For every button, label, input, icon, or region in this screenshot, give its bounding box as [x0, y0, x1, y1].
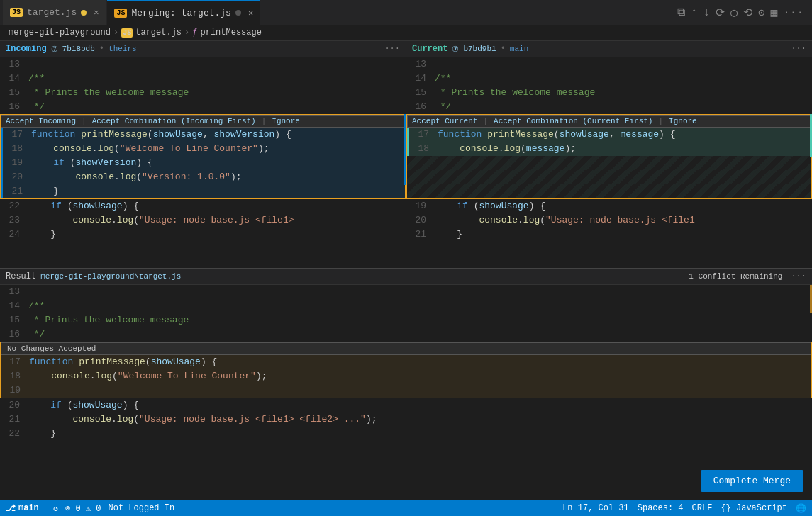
current-commit-icon: ⑦	[452, 45, 459, 54]
nav-down-icon[interactable]: ↓	[703, 6, 711, 19]
conflict-line-20-incoming: 20 console.log("Version: 1.0.0");	[1, 170, 405, 184]
js-merge-icon: JS	[114, 9, 127, 18]
incoming-more-icon[interactable]: ···	[384, 44, 400, 54]
current-line-16: 16 */	[406, 100, 812, 114]
nav-up-icon[interactable]: ↑	[691, 6, 698, 19]
accept-current-link[interactable]: Accept Current	[412, 117, 477, 125]
branch-label: main	[18, 503, 39, 513]
conflict-line-19-incoming: 19 if (showVersion) {	[1, 156, 405, 170]
tab-bar: JS target.js ✕ JS Merging: target.js ✕ ⧉…	[0, 0, 812, 25]
result-conflict-line-19: 19	[1, 383, 811, 398]
incoming-action-bar: Accept Incoming | Accept Combination (In…	[1, 115, 405, 128]
globe-icon[interactable]: 🌐	[796, 503, 806, 514]
no-changes-bar: No Changes Accepted	[1, 342, 811, 355]
incoming-scroll-indicator	[404, 114, 406, 185]
current-more-icon[interactable]: ···	[791, 44, 806, 54]
incoming-pane: Incoming ⑦ 7b18bdb • theirs ··· 13 14 /*…	[0, 41, 406, 268]
current-line-14: 14 /**	[406, 72, 812, 86]
accept-combo-incoming-link[interactable]: Accept Combination (Incoming First)	[92, 117, 256, 125]
sync-icon[interactable]: ↺	[53, 503, 58, 514]
tab-label: target.js	[27, 7, 77, 18]
tab-merging-target-js[interactable]: JS Merging: target.js ✕	[107, 0, 260, 25]
cursor-position[interactable]: Ln 17, Col 31	[562, 503, 629, 513]
spaces-indicator[interactable]: Spaces: 4	[638, 503, 684, 513]
breadcrumb-sep1: ›	[113, 28, 118, 38]
incoming-label: Incoming	[6, 44, 47, 54]
no-changes-label: No Changes Accepted	[7, 344, 96, 353]
code-line-22: 22 if (showUsage) {	[0, 199, 406, 213]
warning-icon: ⚠	[86, 504, 91, 514]
conflict-line-18-incoming: 18 console.log("Welcome To Line Counter"…	[1, 142, 405, 156]
split-editor-icon[interactable]: ⧉	[677, 6, 685, 19]
not-logged-in[interactable]: Not Logged In	[109, 503, 175, 513]
code-line-16: 16 */	[0, 100, 406, 114]
incoming-pane-header: Incoming ⑦ 7b18bdb • theirs ···	[0, 41, 406, 57]
breadcrumb-sep2: ›	[184, 28, 189, 38]
result-line-22: 22 }	[0, 427, 812, 441]
breadcrumb-func[interactable]: printMessage	[200, 28, 261, 38]
result-line-20: 20 if (showUsage) {	[0, 398, 812, 413]
incoming-pane-body: 13 14 /** 15 * Prints the welcome messag…	[0, 57, 406, 268]
tab-target-js[interactable]: JS target.js ✕	[3, 0, 106, 25]
result-code-view: 13 14 /** 15 * Prints the welcome messag…	[0, 285, 812, 441]
result-body: 13 14 /** 15 * Prints the welcome messag…	[0, 285, 812, 500]
current-pane-body: 13 14 /** 15 * Prints the welcome messag…	[406, 57, 812, 268]
go-back-icon[interactable]: ⟳	[716, 6, 725, 20]
history-icon[interactable]: ◯	[730, 6, 738, 20]
tab-close-icon[interactable]: ✕	[94, 7, 99, 18]
result-conflict-line-17[interactable]: 17 function printMessage(showUsage) {	[1, 355, 811, 369]
conflict-line-21-incoming: 21 }	[1, 184, 405, 198]
accept-incoming-link[interactable]: Accept Incoming	[6, 117, 76, 125]
breadcrumb-workspace[interactable]: merge-git-playground	[9, 28, 111, 38]
breadcrumb-file[interactable]: target.js	[135, 28, 182, 38]
complete-merge-button[interactable]: Complete Merge	[701, 470, 803, 492]
current-line-19: 19 if (showUsage) {	[406, 199, 812, 213]
language-indicator[interactable]: {} JavaScript	[721, 503, 787, 513]
current-branch: main	[510, 45, 528, 53]
code-line-15: 15 * Prints the welcome message	[0, 86, 406, 100]
current-striped-3	[407, 184, 811, 198]
tab-label: Merging: target.js	[131, 8, 230, 18]
code-line-13: 13	[0, 57, 406, 72]
settings-icon[interactable]: ⊙	[758, 6, 765, 20]
tab-close-icon[interactable]: ✕	[248, 8, 253, 18]
conflict-count: 1 Conflict Remaining	[689, 272, 782, 281]
result-conflict-line-18[interactable]: 18 console.log("Welcome To Line Counter"…	[1, 369, 811, 383]
result-conflict-block: No Changes Accepted 17 function printMes…	[0, 342, 812, 398]
brace-icon: {}	[721, 503, 730, 513]
error-indicator[interactable]: ⊗ 0 ⚠ 0	[65, 503, 101, 514]
result-line-21: 21 console.log("Usage: node base.js <fil…	[0, 413, 812, 427]
accept-combo-current-link[interactable]: Accept Combination (Current First)	[494, 117, 652, 125]
layout-icon[interactable]: ▦	[771, 6, 778, 20]
code-line-24: 24 }	[0, 228, 406, 242]
result-line-16: 16 */	[0, 327, 812, 342]
js-icon: JS	[10, 8, 23, 17]
forward-icon[interactable]: ⟲	[743, 6, 752, 20]
tab-dot	[235, 10, 241, 16]
status-branch[interactable]: ⎇ main	[6, 503, 39, 514]
current-conflict-block: Accept Current | Accept Combination (Cur…	[406, 114, 812, 199]
result-label: Result	[6, 271, 36, 281]
ignore-incoming-link[interactable]: Ignore	[272, 117, 300, 125]
status-items: ↺ ⊗ 0 ⚠ 0 Not Logged In	[53, 503, 174, 514]
current-line-21: 21 }	[406, 228, 812, 242]
eol-indicator[interactable]: CRLF	[692, 503, 713, 513]
current-pane-header: Current ⑦ b7bd9b1 • main ···	[406, 41, 812, 57]
code-line-14: 14 /**	[0, 72, 406, 86]
incoming-code-view: 13 14 /** 15 * Prints the welcome messag…	[0, 57, 406, 268]
more-icon[interactable]: ···	[783, 6, 803, 19]
tab-modified-dot	[81, 10, 87, 16]
current-commit: b7bd9b1	[463, 45, 496, 53]
ignore-current-link[interactable]: Ignore	[669, 117, 697, 125]
conflict-line-17-incoming: 17 function printMessage(showUsage, show…	[1, 128, 405, 142]
current-label: Current	[412, 44, 447, 54]
result-line-15: 15 * Prints the welcome message	[0, 313, 812, 327]
conflict-line-17-current: 17 function printMessage(showUsage, mess…	[407, 128, 811, 142]
result-header: Result merge-git-playground\target.js 1 …	[0, 268, 812, 285]
result-more-icon[interactable]: ···	[791, 271, 806, 281]
status-right: Ln 17, Col 31 Spaces: 4 CRLF {} JavaScri…	[562, 503, 806, 514]
conflict-line-18-current: 18 console.log(message);	[407, 142, 811, 156]
incoming-commit-icon: ⑦	[51, 45, 58, 54]
tab-actions: ⧉ ↑ ↓ ⟳ ◯ ⟲ ⊙ ▦ ···	[677, 6, 809, 20]
error-icon: ⊗	[65, 504, 70, 514]
